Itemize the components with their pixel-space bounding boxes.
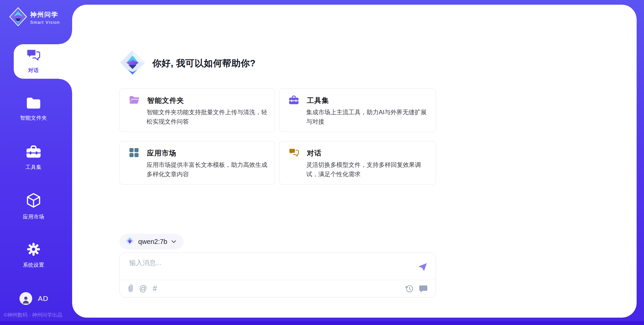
card-description: 应用市场提供丰富长文本模板，助力高效生成多样化文章内容: [147, 160, 268, 179]
sidebar-nav: 对话 智能文件夹 工具集: [0, 0, 72, 325]
model-selector[interactable]: qwen2:7b: [119, 234, 183, 249]
cube-icon: [26, 193, 41, 209]
sidebar-item-toolset[interactable]: 工具集: [0, 141, 67, 175]
diamond-logo-small-icon: [125, 237, 134, 247]
user-initials: AD: [38, 295, 48, 303]
card-title: 应用市场: [147, 148, 176, 158]
card-description: 智能文件夹功能支持批量文件上传与清洗，轻松实现文件问答: [147, 108, 268, 126]
card-description: 灵活切换多模型文件，支持多样回复效果调试，满足个性化需求: [306, 160, 429, 179]
card-chat[interactable]: 对话 灵活切换多模型文件，支持多样回复效果调试，满足个性化需求: [279, 141, 436, 185]
attachment-icon[interactable]: [128, 284, 133, 293]
greeting-section: 你好, 我可以如何帮助你?: [119, 50, 256, 77]
hashtag-icon[interactable]: #: [153, 285, 157, 292]
model-name: qwen2:7b: [138, 238, 167, 246]
grid-icon: [129, 148, 139, 159]
sidebar-item-label: 智能文件夹: [20, 115, 47, 122]
mention-icon[interactable]: @: [139, 285, 147, 292]
chevron-down-icon: [171, 239, 176, 245]
history-icon[interactable]: [405, 284, 414, 293]
gear-icon: [27, 243, 40, 257]
card-title: 智能文件夹: [147, 96, 184, 105]
folder-icon: [26, 97, 41, 110]
sidebar-item-chat[interactable]: 对话: [0, 44, 67, 79]
chat-bubbles-icon: [26, 49, 41, 63]
sidebar: 神州问学 Smart Vision 对话 智能文件夹: [0, 0, 72, 325]
greeting-title: 你好, 我可以如何帮助你?: [152, 57, 256, 69]
sidebar-item-label: 工具集: [25, 164, 42, 171]
diamond-logo-large-icon: [119, 50, 146, 77]
sidebar-item-settings[interactable]: 系统设置: [0, 238, 67, 273]
person-icon: [22, 296, 30, 305]
sidebar-item-label: 系统设置: [23, 262, 44, 269]
sidebar-item-label: 应用市场: [23, 213, 44, 220]
copyright-footer: ©神州数码 · 神州问学出品: [4, 312, 72, 318]
horizontal-scrollbar[interactable]: [0, 321, 644, 325]
chat-bubble-icon[interactable]: [419, 285, 428, 293]
folder-open-icon: [129, 95, 139, 106]
card-app-market[interactable]: 应用市场 应用市场提供丰富长文本模板，助力高效生成多样化文章内容: [119, 141, 275, 185]
avatar: [19, 292, 32, 305]
composer-toolbar: @ #: [120, 280, 436, 297]
briefcase-icon: [26, 145, 41, 159]
feature-cards: 智能文件夹 智能文件夹功能支持批量文件上传与清洗，轻松实现文件问答 工具集 集成…: [119, 88, 436, 185]
card-description: 集成市场上主流工具，助力AI与外界无缝扩展与对接: [306, 108, 429, 126]
sidebar-item-label: 对话: [28, 67, 39, 74]
message-composer: @ #: [119, 253, 436, 298]
chat-bubbles-icon: [289, 148, 299, 158]
card-smart-folder[interactable]: 智能文件夹 智能文件夹功能支持批量文件上传与清洗，轻松实现文件问答: [119, 88, 275, 132]
user-account[interactable]: AD: [19, 292, 48, 305]
send-icon[interactable]: [418, 262, 428, 272]
briefcase-icon: [289, 95, 299, 106]
card-title: 工具集: [307, 96, 329, 105]
card-toolset[interactable]: 工具集 集成市场上主流工具，助力AI与外界无缝扩展与对接: [279, 88, 436, 132]
sidebar-item-smart-folder[interactable]: 智能文件夹: [0, 92, 67, 127]
sidebar-item-app-market[interactable]: 应用市场: [0, 189, 67, 224]
card-title: 对话: [307, 148, 322, 158]
message-input[interactable]: [129, 258, 404, 278]
